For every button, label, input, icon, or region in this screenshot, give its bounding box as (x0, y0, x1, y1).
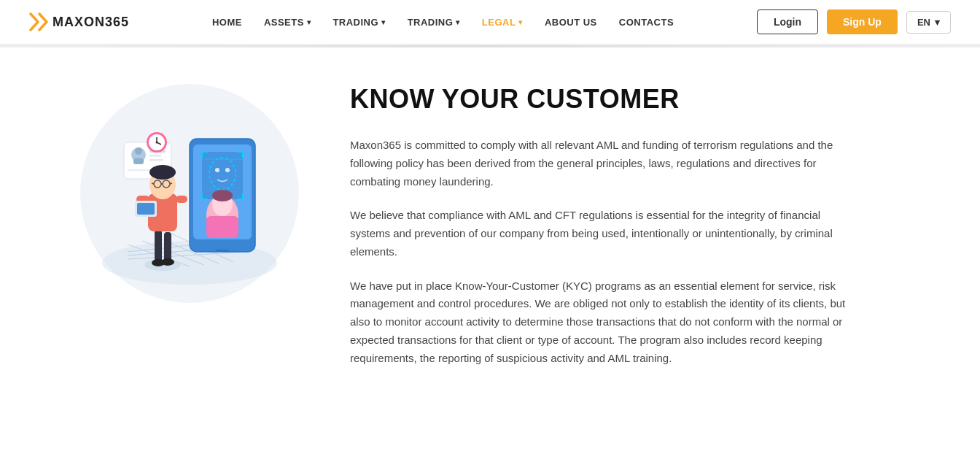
svg-point-13 (225, 168, 230, 172)
lang-label: EN (917, 17, 930, 28)
svg-rect-29 (149, 159, 163, 161)
paragraph-1: Maxon365 is committed to comply with all… (350, 136, 860, 191)
nav-trading-2[interactable]: TRADING ▾ (408, 17, 460, 28)
svg-point-20 (212, 190, 233, 201)
svg-rect-22 (216, 250, 229, 252)
svg-rect-43 (176, 196, 187, 203)
svg-line-51 (152, 183, 154, 184)
login-button[interactable]: Login (757, 9, 818, 34)
nav-assets[interactable]: ASSETS ▾ (264, 17, 311, 28)
svg-rect-26 (133, 158, 144, 164)
illustration-circle (80, 84, 299, 303)
svg-rect-38 (164, 232, 171, 263)
logo[interactable]: MAXON365 (29, 12, 129, 31)
svg-point-35 (156, 142, 158, 144)
svg-point-12 (215, 168, 219, 172)
main-content: KNOW YOUR CUSTOMER Maxon365 is committed… (0, 47, 980, 404)
svg-point-25 (135, 147, 142, 155)
svg-point-47 (149, 165, 176, 180)
page-title: KNOW YOUR CUSTOMER (350, 84, 860, 115)
nav-about[interactable]: ABOUT US (545, 17, 597, 28)
signup-button[interactable]: Sign Up (827, 9, 898, 34)
nav-legal[interactable]: LEGAL ▾ (482, 17, 523, 28)
illustration-area (73, 84, 306, 303)
nav-home[interactable]: HOME (212, 17, 242, 28)
header: MAXON365 HOME ASSETS ▾ TRADING ▾ TRADING… (0, 0, 980, 45)
logo-text: MAXON365 (52, 15, 129, 30)
svg-rect-45 (137, 203, 155, 215)
paragraph-2: We believe that compliance with AML and … (350, 207, 860, 261)
x-logo-icon (29, 12, 48, 31)
svg-line-52 (170, 183, 172, 184)
kyc-illustration (84, 88, 295, 299)
language-selector[interactable]: EN ▾ (906, 11, 951, 34)
nav-trading-1[interactable]: TRADING ▾ (332, 17, 385, 28)
chevron-down-icon: ▾ (518, 18, 523, 26)
svg-rect-37 (155, 230, 162, 263)
main-nav: HOME ASSETS ▾ TRADING ▾ TRADING ▾ LEGAL … (212, 17, 674, 28)
text-content: KNOW YOUR CUSTOMER Maxon365 is committed… (350, 84, 860, 367)
svg-point-40 (161, 258, 174, 266)
chevron-down-icon: ▾ (381, 18, 386, 26)
nav-contacts[interactable]: CONTACTS (619, 17, 674, 28)
header-actions: Login Sign Up EN ▾ (757, 9, 951, 34)
chevron-down-icon: ▾ (307, 18, 311, 26)
chevron-down-icon: ▾ (456, 18, 460, 26)
svg-rect-28 (149, 155, 161, 157)
paragraph-3: We have put in place Know-Your-Customer … (350, 277, 860, 368)
svg-rect-21 (206, 216, 238, 238)
chevron-down-icon: ▾ (935, 17, 940, 28)
